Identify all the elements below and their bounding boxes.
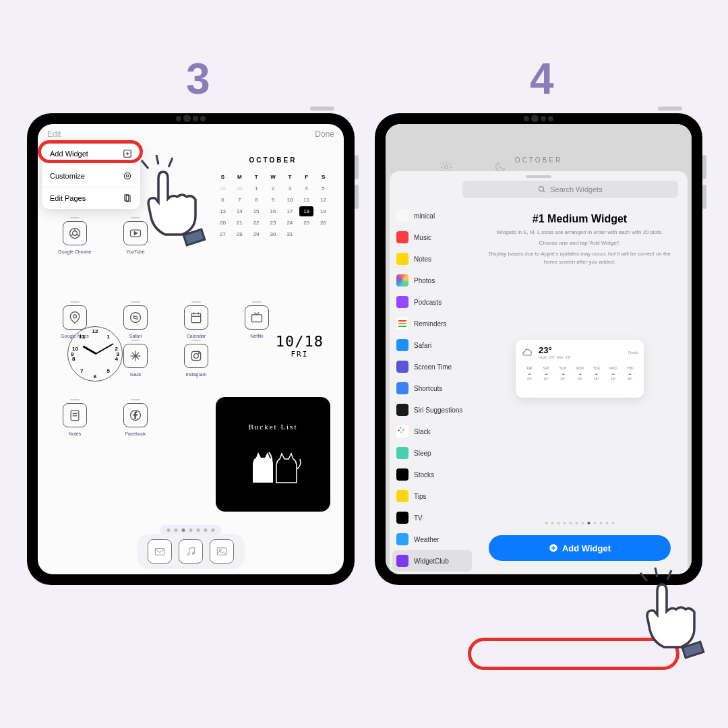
bucket-list-widget[interactable]: Bucket List [216,397,330,512]
app-list-item[interactable]: Music [390,226,475,248]
side-button [658,107,682,111]
weather-city: Osaki [628,351,638,355]
add-widget-label: Add Widget [562,543,611,553]
svg-line-46 [640,573,647,581]
mail-icon [154,545,166,557]
app-list-item[interactable]: Slack [390,421,475,442]
app-list-item[interactable]: minical [390,205,475,226]
menu-edit-pages[interactable]: Edit Pages [42,187,140,209]
menu-label: Edit Pages [50,194,86,202]
app-list-item[interactable]: Photos [390,270,475,291]
app-facebook[interactable]: Facebook [109,399,162,436]
step-number-4: 4 [530,54,554,104]
app-calendar[interactable]: Calendar [170,301,222,338]
app-chrome[interactable]: Google Chrome [49,217,101,254]
dock-music[interactable] [179,539,203,564]
svg-point-32 [187,553,189,555]
side-button [702,185,706,209]
app-label: Netflix [250,334,263,338]
dock [137,534,245,569]
widget-picker-sheet: Search Widgets minicalMusicNotesPhotosPo… [390,171,688,574]
plus-circle-icon [549,543,558,553]
done-link[interactable]: Done [315,129,334,139]
notes-icon [68,408,82,422]
widget-title: #1 Medium Widget [480,213,679,225]
app-notes[interactable]: Notes [49,399,101,436]
carousel-dots[interactable] [545,522,615,524]
edit-link[interactable]: Edit [47,129,61,139]
app-list-item[interactable]: YouTube [390,572,475,574]
svg-rect-21 [252,315,262,322]
svg-rect-31 [155,549,164,555]
svg-point-8 [73,231,78,236]
app-list-item[interactable]: Safari [390,334,475,356]
step-number-3: 3 [186,54,210,104]
svg-line-42 [142,160,148,169]
app-label: Calendar [187,334,206,338]
instagram-icon [189,349,203,363]
app-instagram[interactable]: Instagram [170,340,222,377]
widget-desc-1: Widgets in S, M, L sizes are arranged in… [480,229,679,236]
weather-widget-preview[interactable]: 23° High: 24° Min: 23° Osaki FRI☁24°SAT☁… [516,340,644,398]
app-list-item[interactable]: Reminders [390,313,475,334]
svg-line-47 [655,568,657,577]
calendar-icon [189,311,203,324]
svg-point-37 [539,187,544,191]
search-placeholder: Search Widgets [550,185,603,193]
facebook-icon [129,408,142,422]
app-list-item[interactable]: Weather [390,528,475,550]
weather-range: High: 24° Min: 23° [539,355,572,359]
svg-line-38 [543,191,545,193]
svg-line-44 [169,158,173,167]
weather-temp: 23° [539,345,572,355]
side-button [355,185,359,209]
app-list-item[interactable]: Siri Suggestions [390,399,475,421]
menu-label: Customize [50,172,85,180]
widget-app-list[interactable]: minicalMusicNotesPhotosPodcastsReminders… [390,205,475,574]
slack-icon [129,349,142,363]
search-widgets[interactable]: Search Widgets [462,181,678,198]
app-list-item[interactable]: Shortcuts [390,377,475,399]
safari-icon [129,311,142,324]
svg-point-36 [445,166,448,169]
date-widget[interactable]: 10/18 FRI [276,333,324,359]
side-button [310,107,334,111]
widget-desc-2: Choose one and tap 'Add Widget'. [480,239,679,247]
app-list-item[interactable]: Tips [390,485,475,507]
app-list-item[interactable]: Stocks [390,464,475,485]
dock-photos[interactable] [210,539,234,564]
date-day: FRI [276,350,324,359]
svg-point-35 [219,549,221,551]
menu-customize[interactable]: Customize [42,165,140,187]
widget-desc-3: Display issues due to Apple's updates ma… [480,250,679,265]
search-icon [538,185,546,193]
app-list-item[interactable]: TV [390,507,475,528]
cats-icon [239,439,307,486]
app-list-item[interactable]: Podcasts [390,291,475,313]
dock-mail[interactable] [148,539,172,564]
app-list-item[interactable]: Screen Time [390,356,475,377]
svg-marker-16 [134,316,138,320]
app-list-item[interactable]: Notes [390,248,475,270]
svg-point-14 [73,315,77,318]
tv-icon [250,311,264,324]
camera-cluster [176,115,206,122]
app-label: Safari [129,334,142,338]
ipad-step-4: OCTOBER Search Widgets minicalMusicNotes… [375,113,702,585]
svg-point-15 [131,313,141,323]
app-label: Google Chrome [58,249,91,254]
camera-cluster [524,115,553,122]
svg-line-10 [71,235,73,236]
side-button [355,155,359,179]
app-list-item[interactable]: Sleep [390,442,475,464]
chrome-icon [68,226,82,240]
bucket-title: Bucket List [248,423,297,431]
app-slack[interactable]: Slack [109,340,162,377]
svg-line-43 [156,155,158,164]
svg-line-11 [77,235,80,236]
sheet-handle[interactable] [526,175,551,178]
svg-line-48 [667,570,671,580]
music-icon [185,545,197,557]
app-list-item[interactable]: WidgetClub [392,550,472,572]
add-widget-button[interactable]: Add Widget [489,535,671,561]
